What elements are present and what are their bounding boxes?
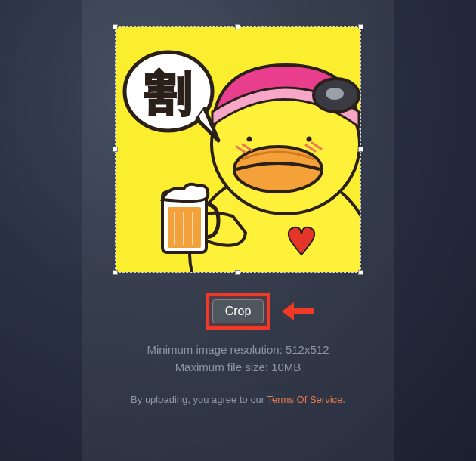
crop-handle-bottom-right[interactable] xyxy=(358,270,363,275)
agreement-suffix: . xyxy=(342,394,345,405)
crop-handle-top-center[interactable] xyxy=(235,24,240,29)
upload-panel: 割 Crop Minimum image resolution: 512x512… xyxy=(82,0,394,461)
max-filesize-text: Maximum file size: 10MB xyxy=(147,359,329,376)
svg-point-4 xyxy=(326,88,344,100)
crop-handle-top-left[interactable] xyxy=(113,24,118,29)
svg-point-5 xyxy=(234,147,322,192)
uploaded-image-preview: 割 xyxy=(116,27,360,272)
crop-area[interactable]: 割 xyxy=(116,27,360,272)
terms-of-service-link[interactable]: Terms Of Service xyxy=(267,394,343,405)
tutorial-arrow-icon xyxy=(282,302,314,320)
crop-button[interactable]: Crop xyxy=(212,299,264,323)
agreement-prefix: By uploading, you agree to our xyxy=(131,394,267,405)
svg-point-7 xyxy=(307,137,312,142)
agreement-text: By uploading, you agree to our Terms Of … xyxy=(131,394,345,405)
crop-handle-top-right[interactable] xyxy=(358,24,363,29)
svg-point-6 xyxy=(247,137,252,142)
svg-text:割: 割 xyxy=(145,67,192,119)
crop-handle-bottom-center[interactable] xyxy=(235,270,240,275)
crop-handle-middle-right[interactable] xyxy=(358,147,363,152)
min-resolution-text: Minimum image resolution: 512x512 xyxy=(147,342,329,359)
crop-button-row: Crop xyxy=(212,299,264,323)
crop-handle-middle-left[interactable] xyxy=(113,147,118,152)
upload-requirements: Minimum image resolution: 512x512 Maximu… xyxy=(147,342,329,376)
crop-handle-bottom-left[interactable] xyxy=(113,270,118,275)
